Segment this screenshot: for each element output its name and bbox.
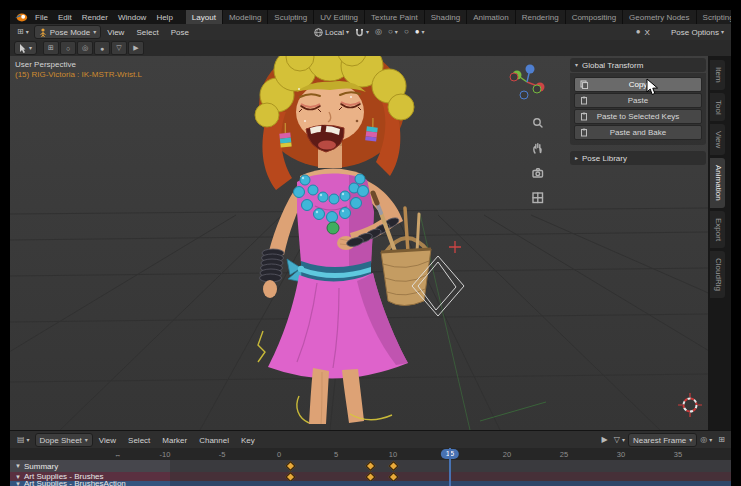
menu-marker[interactable]: Marker: [156, 436, 193, 445]
mode-dropdown[interactable]: Pose Mode ▾: [34, 25, 101, 39]
gizmo-z-axis[interactable]: [526, 65, 535, 74]
workspace-tab-modeling[interactable]: Modeling: [223, 10, 268, 24]
workspace-tab-uv-editing[interactable]: UV Editing: [314, 10, 365, 24]
sidebar-tab-export[interactable]: Export: [710, 211, 725, 248]
playhead-snap-toggle[interactable]: ▶: [599, 434, 611, 446]
menu-file[interactable]: File: [30, 10, 53, 24]
menu-select[interactable]: Select: [130, 28, 164, 37]
sidebar-tab-cloudrig[interactable]: CloudRig: [710, 251, 725, 298]
grid-toggle-icon[interactable]: [533, 193, 543, 203]
workspace-tab-animation[interactable]: Animation: [467, 10, 516, 24]
workspace-tab-sculpting[interactable]: Sculpting: [268, 10, 314, 24]
paste-to-selected-keys-button[interactable]: Paste to Selected Keys: [574, 109, 702, 124]
editor-type-button[interactable]: ⊞ ▾: [14, 26, 32, 38]
character-victoria: [255, 56, 431, 424]
snap-toggle[interactable]: ▾: [352, 26, 372, 38]
active-object-label: (15) RIG-Victoria : IK-MSTR-Wrist.L: [15, 70, 142, 79]
menu-view[interactable]: View: [93, 436, 122, 445]
sidebar-tab-animation[interactable]: Animation: [710, 158, 725, 208]
paste-keys-icon: [580, 112, 588, 121]
menu-window[interactable]: Window: [113, 10, 151, 24]
menu-view[interactable]: View: [101, 28, 130, 37]
tool-toggle-sphere[interactable]: ○: [60, 41, 76, 55]
ruler-tick: 30: [617, 450, 625, 459]
camera-icon[interactable]: [533, 169, 543, 177]
menu-edit[interactable]: Edit: [53, 10, 77, 24]
timeline-playhead[interactable]: [449, 448, 451, 486]
red-marker-cross: [449, 241, 461, 253]
keyframe-diamond[interactable]: [389, 472, 399, 481]
active-tool-dropdown[interactable]: ▾: [14, 41, 37, 55]
hand-icon[interactable]: [534, 144, 541, 153]
options-button[interactable]: ⊞: [715, 434, 728, 446]
copy-button[interactable]: Copy: [574, 77, 702, 92]
paste-button[interactable]: Paste: [574, 93, 702, 108]
workspace-tab-scripting[interactable]: Scripting: [697, 10, 731, 24]
paste-icon: [580, 96, 588, 105]
menu-render[interactable]: Render: [77, 10, 113, 24]
gizmo-y-neg[interactable]: [533, 85, 541, 93]
channel-row-brushes-action[interactable]: ▼ Art Supplies - BrushesAction: [10, 481, 731, 486]
expand-triangle-icon[interactable]: ▼: [15, 463, 21, 469]
bracelets-right: [260, 249, 285, 282]
menu-help[interactable]: Help: [151, 10, 177, 24]
chevron-down-icon: ▾: [29, 45, 32, 51]
expand-triangle-icon[interactable]: ▼: [15, 474, 21, 480]
mirror-x-toggle[interactable]: X: [645, 28, 650, 37]
editor-type-button[interactable]: ▤ ▾: [14, 434, 33, 446]
snap-mode-dropdown[interactable]: Nearest Frame ▾: [628, 433, 697, 447]
panel-pose-library-header[interactable]: ▸ Pose Library: [570, 151, 706, 165]
gizmo-z-neg[interactable]: [520, 91, 528, 99]
overlays-toggle[interactable]: ○ ▾: [385, 26, 401, 38]
workspace-tab-rendering[interactable]: Rendering: [516, 10, 566, 24]
filter-button[interactable]: ▽ ▾: [611, 434, 628, 446]
workspace-tab-shading[interactable]: Shading: [425, 10, 467, 24]
transform-toggle-group: ⊞ ○ ◎ ● ▽ ▶: [43, 41, 144, 55]
keyframe-diamond[interactable]: [366, 472, 376, 481]
shading-sphere-icon[interactable]: ●: [636, 28, 641, 36]
tool-toggle-solid[interactable]: ●: [94, 41, 110, 55]
workspace-tab-compositing[interactable]: Compositing: [566, 10, 623, 24]
workspace-tab-texture-paint[interactable]: Texture Paint: [365, 10, 425, 24]
chevron-right-icon: ▸: [575, 155, 578, 161]
dope-sheet-mode-dropdown[interactable]: Dope Sheet ▾: [35, 433, 93, 447]
pose-mode-icon: [39, 28, 47, 37]
navigation-gizmo[interactable]: [510, 65, 545, 100]
sidebar-tab-tool[interactable]: Tool: [710, 93, 725, 122]
pose-options-dropdown[interactable]: Pose Options ▾: [668, 26, 727, 38]
chevron-down-icon: ▾: [93, 29, 96, 35]
tool-toggle-grid[interactable]: ⊞: [43, 41, 59, 55]
viewport-3d[interactable]: User Perspective (15) RIG-Victoria : IK-…: [10, 56, 708, 430]
panel-global-transform-header[interactable]: ▾ Global Transform: [570, 58, 706, 72]
menu-channel[interactable]: Channel: [193, 436, 235, 445]
tool-toggle-funnel[interactable]: ▽: [111, 41, 127, 55]
chevron-down-icon: ▾: [721, 29, 724, 35]
proportional-editing-toggle[interactable]: ◎ ▾: [697, 434, 715, 446]
orientation-label: Local: [325, 28, 344, 37]
tool-toggle-play[interactable]: ▶: [128, 41, 144, 55]
transform-orientation-dropdown[interactable]: Local ▾: [311, 26, 352, 38]
menu-pose[interactable]: Pose: [165, 28, 195, 37]
shading-solid-button[interactable]: ● ▾: [412, 26, 428, 38]
expand-triangle-icon[interactable]: ▼: [15, 481, 21, 486]
tool-toggle-proportional[interactable]: ◎: [77, 41, 93, 55]
menu-key[interactable]: Key: [235, 436, 261, 445]
paste-and-bake-button[interactable]: Paste and Bake: [574, 125, 702, 140]
workspace-tab-layout[interactable]: Layout: [186, 10, 223, 24]
channel-row-summary[interactable]: ▼ Summary: [10, 460, 731, 472]
sidebar-tab-item[interactable]: Item: [710, 60, 725, 90]
keyframe-diamond[interactable]: [286, 472, 296, 481]
keyframe-diamond[interactable]: [389, 461, 399, 471]
keyframe-diamond[interactable]: [286, 461, 296, 471]
zoom-icon[interactable]: [534, 119, 542, 127]
shading-wireframe-button[interactable]: ○: [401, 26, 412, 38]
menu-select[interactable]: Select: [122, 436, 156, 445]
proportional-editing-toggle[interactable]: ◎: [372, 26, 385, 38]
sidebar-tab-view[interactable]: View: [710, 124, 725, 155]
gizmo-x-neg[interactable]: [510, 73, 518, 81]
workspace-tab-geometry-nodes[interactable]: Geometry Nodes: [623, 10, 696, 24]
overlays-icon: ○: [388, 28, 393, 36]
keyframe-diamond[interactable]: [366, 461, 376, 471]
channel-row-brushes[interactable]: ▼ Art Supplies - Brushes: [10, 472, 731, 481]
blender-logo-icon[interactable]: [14, 12, 28, 22]
